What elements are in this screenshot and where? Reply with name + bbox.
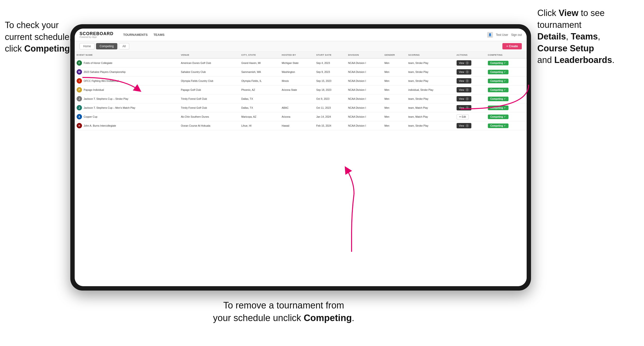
col-event-name: EVENT NAME (75, 52, 179, 58)
event-name-cell: I OFCC Fighting Illini Invitational (75, 76, 179, 85)
competing-button[interactable]: Competing ✓ (488, 97, 508, 101)
cell-start-date: Oct 9, 2023 (314, 94, 346, 103)
check-icon: ✓ (504, 107, 506, 109)
view-button[interactable]: View i (456, 96, 472, 101)
cell-division: NCAA Division I (346, 103, 382, 112)
actions-cell: ✏ Edit (455, 112, 486, 121)
team-logo: P (76, 87, 82, 93)
event-name: Papago Individual (84, 88, 104, 91)
competing-button[interactable]: Competing ✓ (488, 106, 508, 110)
competing-button[interactable]: Competing ✓ (488, 124, 508, 128)
competing-button[interactable]: Competing ✓ (488, 79, 508, 83)
cell-city-state: Lihue, HI (239, 121, 280, 130)
cell-gender: Men (382, 76, 406, 85)
col-venue: VENUE (179, 52, 239, 58)
competing-cell: Competing ✓ (486, 94, 527, 103)
view-button[interactable]: View i (456, 123, 472, 128)
nav-tournaments[interactable]: TOURNAMENTS (123, 32, 148, 37)
cell-gender: Men (382, 94, 406, 103)
event-name: John A. Burns Intercollegiate (84, 124, 116, 127)
table-row: P Papago Individual Papago Golf ClubPhoe… (75, 85, 527, 94)
tournament-table: EVENT NAME VENUE CITY, STATE HOSTED BY S… (75, 52, 527, 130)
col-competing: COMPETING (486, 52, 527, 58)
actions-cell: View i (455, 94, 486, 103)
cell-start-date: Sep 9, 2023 (314, 68, 346, 76)
competing-button[interactable]: Competing ✓ (488, 61, 508, 65)
team-logo: J (76, 105, 82, 110)
table-row: J Jackson T. Stephens Cup – Men's Match … (75, 103, 527, 112)
cell-city-state: Sammamish, WA (239, 68, 280, 76)
check-icon: ✓ (504, 80, 506, 82)
table-row: F Folds of Honor Collegiate American Dun… (75, 58, 527, 68)
competing-button[interactable]: Competing ✓ (488, 115, 508, 119)
cell-venue: Ak-Chin Southern Dunes (179, 112, 239, 121)
competing-button[interactable]: Competing ✓ (488, 88, 508, 92)
view-button[interactable]: View i (456, 60, 472, 66)
cell-city-state: Maricopa, AZ (239, 112, 280, 121)
team-logo: H (76, 123, 82, 128)
check-icon: ✓ (504, 116, 506, 118)
actions-cell: View i (455, 58, 486, 68)
create-button[interactable]: + Create (502, 43, 522, 49)
actions-cell: View i (455, 103, 486, 112)
cell-hosted-by: Illinois (280, 76, 314, 85)
cell-gender: Men (382, 121, 406, 130)
team-logo: J (76, 96, 82, 101)
competing-cell: Competing ✓ (486, 76, 527, 85)
signout-link[interactable]: Sign out (511, 33, 522, 36)
check-icon: ✓ (504, 89, 506, 91)
team-logo: I (76, 78, 82, 84)
cell-start-date: Sep 18, 2023 (314, 85, 346, 94)
cell-division: NCAA Division I (346, 94, 382, 103)
user-icon: 👤 (487, 32, 493, 38)
edit-button[interactable]: ✏ Edit (456, 114, 469, 119)
header-right: 👤 Test User Sign out (487, 32, 522, 38)
competing-cell: Competing ✓ (486, 103, 527, 112)
event-name-cell: F Folds of Honor Collegiate (75, 58, 179, 68)
cell-venue: American Dunes Golf Club (179, 58, 239, 68)
view-button[interactable]: View i (456, 69, 472, 75)
cell-venue: Trinity Forest Golf Club (179, 94, 239, 103)
cell-venue: Papago Golf Club (179, 85, 239, 94)
info-icon: i (466, 61, 469, 65)
view-button[interactable]: View i (456, 105, 472, 110)
tab-competing[interactable]: Competing (96, 43, 117, 49)
info-icon: i (466, 97, 469, 101)
check-icon: ✓ (504, 98, 506, 100)
col-actions: ACTIONS (455, 52, 486, 58)
info-icon: i (466, 124, 469, 127)
col-division: DIVISION (346, 52, 382, 58)
app-header: SCOREBOARD Powered by clippi TOURNAMENTS… (75, 28, 527, 41)
sub-toolbar: Home Competing All + Create (75, 41, 527, 52)
event-name-cell: A Copper Cup (75, 112, 179, 121)
cell-division: NCAA Division I (346, 58, 382, 68)
actions-cell: View i (455, 68, 486, 76)
cell-hosted-by: Hawaii (280, 121, 314, 130)
event-name: OFCC Fighting Illini Invitational (84, 79, 118, 82)
cell-start-date: Sep 15, 2023 (314, 76, 346, 85)
annotation-bottom: To remove a tournament from your schedul… (199, 299, 368, 324)
cell-start-date: Feb 15, 2024 (314, 121, 346, 130)
view-button[interactable]: View i (456, 78, 472, 84)
check-icon: ✓ (504, 62, 506, 64)
cell-venue: Ocean Course At Hokuala (179, 121, 239, 130)
cell-venue: Olympia Fields Country Club (179, 76, 239, 85)
competing-cell: Competing ✓ (486, 112, 527, 121)
tab-all[interactable]: All (119, 43, 129, 49)
view-button[interactable]: View i (456, 87, 472, 93)
event-name: Folds of Honor Collegiate (84, 61, 112, 64)
table-row: J Jackson T. Stephens Cup – Stroke Play … (75, 94, 527, 103)
cell-division: NCAA Division I (346, 121, 382, 130)
team-logo: F (76, 60, 82, 66)
competing-button[interactable]: Competing ✓ (488, 70, 508, 74)
actions-cell: View i (455, 85, 486, 94)
cell-scoring: team, Stroke Play (406, 76, 455, 85)
nav-teams[interactable]: TEAMS (154, 32, 165, 37)
col-start-date: START DATE (314, 52, 346, 58)
cell-hosted-by: Washington (280, 68, 314, 76)
cell-city-state: Dallas, TX (239, 94, 280, 103)
team-logo: W (76, 69, 82, 75)
info-icon: i (466, 106, 469, 109)
info-icon: i (466, 88, 469, 92)
cell-hosted-by: Michigan State (280, 58, 314, 68)
